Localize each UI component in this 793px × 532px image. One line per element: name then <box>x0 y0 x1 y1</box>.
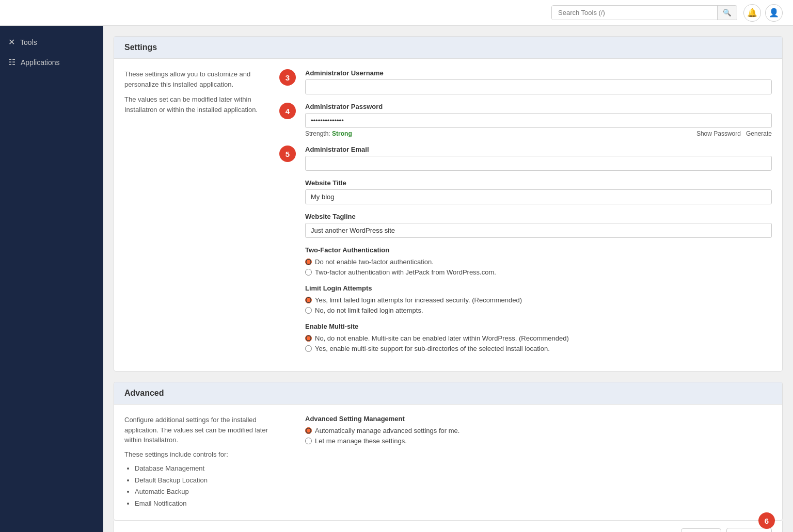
limit-login-label: Limit Login Attempts <box>305 284 772 292</box>
sidebar-item-tools-label: Tools <box>20 38 37 46</box>
settings-desc-1: These settings allow you to customize an… <box>124 69 269 89</box>
step-6-badge: 6 <box>758 512 775 529</box>
control-db: Database Management <box>135 463 269 474</box>
advanced-setting-group: Advanced Setting Management Automaticall… <box>305 415 772 445</box>
limit-login-group: Limit Login Attempts Yes, limit failed l… <box>305 284 772 314</box>
step-5-badge: 5 <box>279 146 296 162</box>
sidebar-item-applications-label: Applications <box>21 58 60 67</box>
multisite-option2[interactable]: Yes, enable multi-site support for sub-d… <box>305 345 772 352</box>
control-email: Email Notification <box>135 498 269 509</box>
advanced-description: Configure additional settings for the in… <box>124 415 269 510</box>
limit-login-option1[interactable]: Yes, limit failed login attempts for inc… <box>305 296 772 304</box>
tools-icon: ✕ <box>8 37 15 47</box>
admin-password-label: Administrator Password <box>305 103 772 110</box>
control-backup-loc: Default Backup Location <box>135 475 269 486</box>
advanced-controls-list: Database Management Default Backup Locat… <box>124 463 269 508</box>
website-tagline-label: Website Tagline <box>305 213 772 220</box>
advanced-radio2[interactable] <box>305 438 312 444</box>
advanced-fields-inner: Advanced Setting Management Automaticall… <box>279 415 772 445</box>
sidebar: cPanel ✕ Tools ☷ Applications <box>0 0 103 532</box>
advanced-body: Configure additional settings for the in… <box>114 405 782 520</box>
multisite-label: Enable Multi-site <box>305 323 772 330</box>
advanced-title: Advanced <box>124 389 772 398</box>
advanced-fields: Advanced Setting Management Automaticall… <box>279 415 772 510</box>
sidebar-nav: ✕ Tools ☷ Applications <box>0 26 103 78</box>
step-4-badge: 4 <box>279 103 296 119</box>
advanced-desc-2: These settings include controls for: <box>124 449 269 460</box>
admin-email-label: Administrator Email <box>305 146 772 153</box>
admin-email-input[interactable] <box>305 156 772 171</box>
advanced-option1[interactable]: Automatically manage advanced settings f… <box>305 427 772 434</box>
show-password-button[interactable]: Show Password <box>696 130 741 137</box>
two-factor-option1[interactable]: Do not enable two-factor authentication. <box>305 258 772 266</box>
multisite-option1[interactable]: No, do not enable. Multi-site can be ena… <box>305 334 772 342</box>
limit-login-radio1[interactable] <box>305 297 312 303</box>
settings-card: Settings These settings allow you to cus… <box>114 36 783 372</box>
website-title-group: Website Title <box>305 179 772 204</box>
settings-header: Settings <box>114 37 782 59</box>
search-box[interactable]: 🔍 <box>551 5 737 20</box>
website-title-label: Website Title <box>305 179 772 187</box>
limit-login-radio2[interactable] <box>305 307 312 314</box>
two-factor-radio2[interactable] <box>305 269 312 276</box>
sidebar-item-applications[interactable]: ☷ Applications <box>0 52 103 72</box>
admin-username-group: 3 Administrator Username <box>305 69 772 94</box>
two-factor-label: Two-Factor Authentication <box>305 246 772 254</box>
cancel-button[interactable]: Cancel <box>681 528 721 533</box>
password-meta: Strength: Strong Show Password Generate <box>305 130 772 137</box>
main-content: Settings These settings allow you to cus… <box>103 26 793 532</box>
settings-fields-inner: 3 Administrator Username 4 Administrator… <box>279 69 772 352</box>
multisite-group: Enable Multi-site No, do not enable. Mul… <box>305 323 772 352</box>
settings-title: Settings <box>124 43 772 52</box>
settings-desc-2: The values set can be modified later wit… <box>124 94 269 115</box>
advanced-option2[interactable]: Let me manage these settings. <box>305 437 772 445</box>
search-input[interactable] <box>552 6 717 20</box>
search-button[interactable]: 🔍 <box>717 6 737 20</box>
step-3-badge: 3 <box>279 69 296 86</box>
strength-text: Strength: Strong <box>305 130 352 137</box>
advanced-setting-label: Advanced Setting Management <box>305 415 772 423</box>
website-tagline-input[interactable] <box>305 223 772 238</box>
settings-description: These settings allow you to customize an… <box>124 69 269 361</box>
password-actions: Show Password Generate <box>696 130 772 137</box>
two-factor-group: Two-Factor Authentication Do not enable … <box>305 246 772 276</box>
topbar: 🔍 🔔 👤 <box>0 0 793 26</box>
user-button[interactable]: 👤 <box>765 4 783 22</box>
notifications-button[interactable]: 🔔 <box>743 4 761 22</box>
admin-email-group: 5 Administrator Email <box>305 146 772 171</box>
advanced-header: Advanced <box>114 382 782 405</box>
sidebar-item-tools[interactable]: ✕ Tools <box>0 32 103 52</box>
admin-password-group: 4 Administrator Password Strength: Stron… <box>305 103 772 137</box>
admin-username-input[interactable] <box>305 79 772 94</box>
action-bar: 6 Cancel + Install <box>114 521 783 532</box>
advanced-desc-1: Configure additional settings for the in… <box>124 415 269 445</box>
settings-body: These settings allow you to customize an… <box>114 59 782 371</box>
advanced-radio1[interactable] <box>305 427 312 434</box>
applications-icon: ☷ <box>8 57 15 67</box>
website-title-input[interactable] <box>305 189 772 204</box>
topbar-icons: 🔔 👤 <box>743 4 783 22</box>
two-factor-option2[interactable]: Two-factor authentication with JetPack f… <box>305 268 772 276</box>
advanced-card: Advanced Configure additional settings f… <box>114 382 783 521</box>
website-tagline-group: Website Tagline <box>305 213 772 238</box>
two-factor-radio1[interactable] <box>305 259 312 265</box>
limit-login-option2[interactable]: No, do not limit failed login attempts. <box>305 307 772 314</box>
multisite-radio2[interactable] <box>305 345 312 352</box>
settings-fields: 3 Administrator Username 4 Administrator… <box>279 69 772 361</box>
multisite-radio1[interactable] <box>305 335 312 342</box>
control-auto-backup: Automatic Backup <box>135 487 269 497</box>
generate-password-button[interactable]: Generate <box>746 130 772 137</box>
admin-password-input[interactable] <box>305 113 772 128</box>
admin-username-label: Administrator Username <box>305 69 772 77</box>
